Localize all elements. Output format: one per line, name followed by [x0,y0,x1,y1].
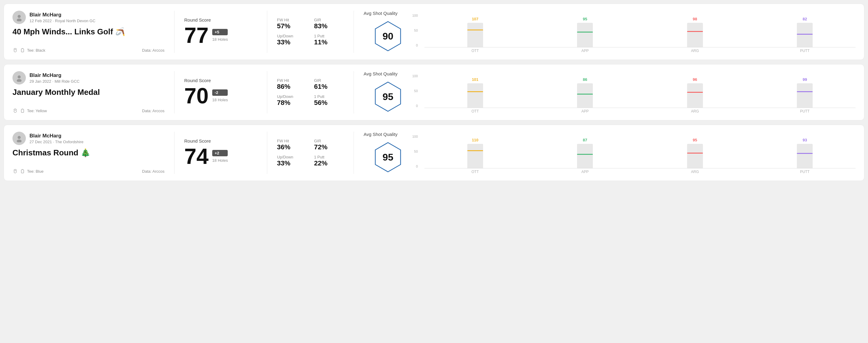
quality-section: Avg Shot Quality 95 [364,71,412,114]
card-divider-3 [353,132,354,174]
user-date: 27 Dec 2021 · The Oxfordshire [30,139,84,144]
bar-fill [467,30,483,47]
bar-group-arg: 98 [644,17,746,47]
svg-point-5 [18,75,21,79]
x-label: APP [534,109,636,114]
bar-indicator [577,154,593,155]
card-left: Blair McHarg 29 Jan 2022 · Mill Ride GCC… [12,71,164,114]
user-info: Blair McHarg 27 Dec 2021 · The Oxfordshi… [30,133,84,144]
bar-value-putt: 99 [803,77,807,82]
x-label: APP [534,170,636,174]
bar-group-ott: 107 [425,17,526,47]
bar-indicator [467,150,483,151]
oneputt-value: 11% [314,38,344,46]
bar-value-arg: 96 [693,77,697,82]
chart-x-labels: OTTAPPARGPUTT [412,49,856,53]
bar-wrapper [467,144,483,168]
bar-value-ott: 110 [472,138,478,142]
fw-hit-value: 36% [277,143,307,151]
x-label: PUTT [754,170,856,174]
bar-indicator [797,91,813,92]
stats-section: FW Hit 86% GIR 61% Up/Down 78% 1 Putt 56… [277,71,344,114]
card-divider-3 [353,71,354,114]
stats-grid: FW Hit 36% GIR 72% Up/Down 33% 1 Putt 22… [277,139,344,167]
x-label: OTT [425,49,526,53]
hexagon-score: 95 [382,91,394,102]
golf-bag-icon [20,48,25,53]
y-tick: 100 [412,74,418,78]
user-row: Blair McHarg 29 Jan 2022 · Mill Ride GCC [12,71,164,85]
card-left: Blair McHarg 12 Feb 2022 · Royal North D… [12,11,164,53]
stat-fw-hit: FW Hit 86% [277,78,307,91]
bar-value-app: 87 [583,138,587,142]
score-holes: 18 Holes [212,37,228,42]
bar-group-ott: 101 [425,77,526,107]
score-number: 77 [184,24,209,46]
card-divider-2 [267,71,267,114]
bar-indicator [577,94,593,95]
stat-updown: Up/Down 33% [277,34,307,46]
bar-indicator [577,32,593,33]
oneputt-value: 56% [314,99,344,107]
tee-info: Tee: Black [12,48,45,53]
bar-wrapper [577,144,593,168]
stats-grid: FW Hit 86% GIR 61% Up/Down 78% 1 Putt 56… [277,78,344,107]
bar-wrapper [687,83,703,107]
quality-label: Avg Shot Quality [364,71,397,76]
bar-fill [467,150,483,168]
y-axis: 100500 [412,135,420,168]
svg-point-10 [18,136,21,139]
fw-hit-label: FW Hit [277,18,307,22]
score-holes: 18 Holes [212,98,228,102]
chart-x-labels: OTTAPPARGPUTT [412,109,856,114]
x-label: PUTT [754,109,856,114]
weather-icon [12,108,18,114]
hexagon-score: 90 [382,31,394,42]
data-source: Data: Arccos [142,108,164,113]
score-main: 77 +5 18 Holes [184,24,257,46]
card-divider-3 [353,11,354,53]
bar-indicator [467,91,483,92]
bar-group-putt: 99 [754,77,856,107]
svg-point-11 [17,139,22,142]
score-main: 74 +2 18 Holes [184,145,257,167]
bar-chart: 100500 110 87 [412,135,856,174]
round-card-2: Blair McHarg 29 Jan 2022 · Mill Ride GCC… [4,64,864,120]
score-badge: +2 [212,150,228,156]
bar-value-putt: 82 [803,17,807,21]
bar-fill [577,154,593,168]
y-tick: 50 [414,29,418,32]
y-axis: 100500 [412,14,420,47]
stats-section: FW Hit 36% GIR 72% Up/Down 33% 1 Putt 22… [277,132,344,174]
chart-x-labels: OTTAPPARGPUTT [412,170,856,174]
stat-updown: Up/Down 78% [277,94,307,107]
quality-label: Avg Shot Quality [364,11,397,16]
x-label: ARG [644,109,746,114]
bar-wrapper [577,23,593,47]
card-divider-2 [267,132,267,174]
stat-oneputt: 1 Putt 11% [314,34,344,46]
y-tick: 50 [414,150,418,153]
svg-point-0 [18,15,21,18]
card-divider [174,132,175,174]
bar-value-ott: 107 [472,17,478,21]
avatar [12,132,26,145]
bar-wrapper [467,23,483,47]
updown-value: 33% [277,38,307,46]
tee-info: Tee: Blue [12,168,43,174]
golf-bag-icon [20,168,25,174]
bar-value-app: 95 [583,17,587,21]
weather-icon [12,48,18,53]
bar-indicator [687,31,703,32]
updown-value: 78% [277,99,307,107]
chart-section: 100500 101 86 [412,71,856,114]
bar-fill [577,94,593,107]
tee-label: Tee: Black [27,48,45,53]
stat-fw-hit: FW Hit 57% [277,18,307,30]
stats-section: FW Hit 57% GIR 83% Up/Down 33% 1 Putt 11… [277,11,344,53]
score-section: Round Score 74 +2 18 Holes [184,132,257,174]
chart-baseline [425,47,856,48]
bar-indicator [467,30,483,30]
bar-indicator [687,92,703,93]
score-section: Round Score 70 -2 18 Holes [184,71,257,114]
